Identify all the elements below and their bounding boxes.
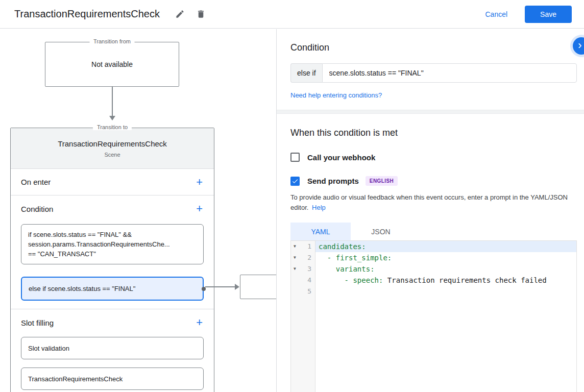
gutter-line: ▼ 1 — [291, 241, 315, 252]
line-number: 5 — [299, 286, 315, 297]
condition-handlers-section: When this condition is met Call your web… — [277, 128, 584, 392]
plus-icon: + — [196, 316, 203, 329]
send-prompts-checkbox[interactable] — [290, 177, 300, 186]
transition-target-node[interactable] — [240, 275, 276, 299]
condition-label: Condition — [21, 205, 53, 213]
fold-arrow-icon[interactable]: ▼ — [291, 241, 299, 252]
call-webhook-checkbox[interactable] — [290, 153, 300, 162]
gutter-line: ▼ 3 — [291, 263, 315, 275]
plus-icon: + — [196, 202, 203, 215]
condition-line: == "CAN_TRANSACT" — [28, 249, 197, 259]
gutter-line: 5 — [291, 286, 315, 297]
slot-item[interactable]: TransactionRequirementsCheck — [21, 368, 204, 390]
transition-from-value: Not available — [45, 42, 179, 86]
transition-arrow — [107, 87, 117, 120]
code-line: variants: — [315, 263, 576, 275]
delete-scene-button[interactable] — [193, 6, 209, 22]
pencil-icon — [175, 9, 185, 19]
editor-tabs: YAML JSON — [290, 223, 577, 240]
tab-yaml[interactable]: YAML — [290, 223, 351, 240]
fold-arrow-icon[interactable]: ▼ — [291, 252, 299, 263]
slot-filling-label: Slot filling — [21, 318, 54, 327]
slot-filling-section-header: Slot filling + — [11, 309, 214, 336]
top-bar: TransactionRequirementsCheck Cancel Save — [0, 0, 584, 29]
gutter-line: 4 — [291, 275, 315, 286]
scene-subtitle: Scene — [104, 152, 120, 158]
condition-line: if scene.slots.status == "FINAL" && — [28, 230, 197, 239]
scene-card: Transition to TransactionRequirementsChe… — [10, 128, 214, 392]
conditions-help-link[interactable]: Need help entering conditions? — [290, 91, 382, 99]
send-prompts-label: Send prompts — [307, 177, 359, 185]
trash-icon — [196, 9, 206, 19]
chevron-right-icon: › — [578, 39, 581, 52]
transition-to-label: Transition to — [93, 124, 132, 130]
code-line — [315, 286, 576, 297]
slot-item-label: TransactionRequirementsCheck — [28, 375, 123, 383]
condition-prefix: else if — [290, 63, 322, 83]
help-link[interactable]: Help — [312, 204, 326, 211]
condition-item-selected[interactable]: else if scene.slots.status == "FINAL" — [21, 277, 204, 301]
check-icon — [291, 178, 299, 185]
save-button[interactable]: Save — [525, 6, 572, 23]
slot-filling-section: Slot filling + Slot validation Transacti… — [11, 309, 214, 390]
section-divider — [277, 110, 584, 114]
scene-card-header[interactable]: TransactionRequirementsCheck Scene — [11, 128, 214, 169]
condition-section-header: Condition + — [11, 195, 214, 222]
line-number: 1 — [299, 241, 315, 252]
condition-expression-input[interactable] — [322, 63, 577, 83]
add-slot-button[interactable]: + — [195, 317, 204, 328]
code-line: candidates: — [315, 241, 576, 252]
page-title: TransactionRequirementsCheck — [14, 8, 160, 20]
condition-editor-section: Condition › else if Need help entering c… — [277, 29, 584, 110]
line-number: 2 — [299, 252, 315, 263]
when-condition-met-title: When this condition is met — [290, 128, 577, 138]
condition-detail-panel: Condition › else if Need help entering c… — [276, 29, 584, 392]
tab-json[interactable]: JSON — [351, 223, 411, 240]
transition-from-node[interactable]: Transition from Not available — [45, 42, 179, 87]
on-enter-label: On enter — [21, 178, 51, 186]
condition-text: else if scene.slots.status == "FINAL" — [29, 285, 135, 292]
transition-from-label: Transition from — [89, 38, 135, 44]
slot-item-label: Slot validation — [28, 345, 69, 352]
slot-item[interactable]: Slot validation — [21, 337, 204, 359]
prompt-description: To provide audio or visual feedback when… — [290, 192, 577, 213]
fold-arrow-icon[interactable]: ▼ — [291, 263, 299, 275]
add-on-enter-button[interactable]: + — [195, 177, 204, 188]
webhook-row: Call your webhook — [290, 153, 577, 162]
condition-item[interactable]: if scene.slots.status == "FINAL" && sess… — [21, 224, 204, 264]
arrow-head-icon — [109, 116, 115, 120]
code-line: - speech: Transaction requirements check… — [315, 275, 576, 286]
line-number: 4 — [299, 275, 315, 286]
condition-input-row: else if — [290, 63, 577, 83]
add-condition-button[interactable]: + — [195, 203, 204, 214]
scene-graph-canvas: Transition from Not available Transition… — [0, 29, 276, 392]
cancel-button[interactable]: Cancel — [485, 10, 507, 18]
gutter-line: ▼ 2 — [291, 252, 315, 263]
arrow-head-icon — [235, 284, 239, 290]
edit-title-button[interactable] — [172, 6, 188, 22]
line-number: 3 — [299, 263, 315, 275]
main-area: Transition from Not available Transition… — [0, 29, 584, 392]
editor-code-area[interactable]: candidates: - first_simple: variants: - … — [315, 241, 576, 392]
code-line: - first_simple: — [315, 252, 576, 263]
scene-title: TransactionRequirementsCheck — [58, 139, 167, 148]
condition-line: session.params.TransactionRequirementsCh… — [28, 239, 197, 249]
condition-section: Condition + if scene.slots.status == "FI… — [11, 195, 214, 309]
plus-icon: + — [196, 176, 203, 188]
editor-gutter: ▼ 1 ▼ 2 ▼ 3 4 — [291, 241, 315, 392]
prompt-description-text: To provide audio or visual feedback when… — [290, 193, 568, 211]
send-prompts-row: Send prompts ENGLISH — [290, 176, 577, 186]
language-badge: ENGLISH — [366, 176, 398, 186]
call-webhook-label: Call your webhook — [307, 153, 375, 162]
condition-connector-line — [205, 286, 235, 287]
yaml-code-editor[interactable]: ▼ 1 ▼ 2 ▼ 3 4 — [290, 240, 577, 392]
on-enter-section: On enter + — [11, 169, 214, 195]
panel-title: Condition — [290, 42, 577, 53]
